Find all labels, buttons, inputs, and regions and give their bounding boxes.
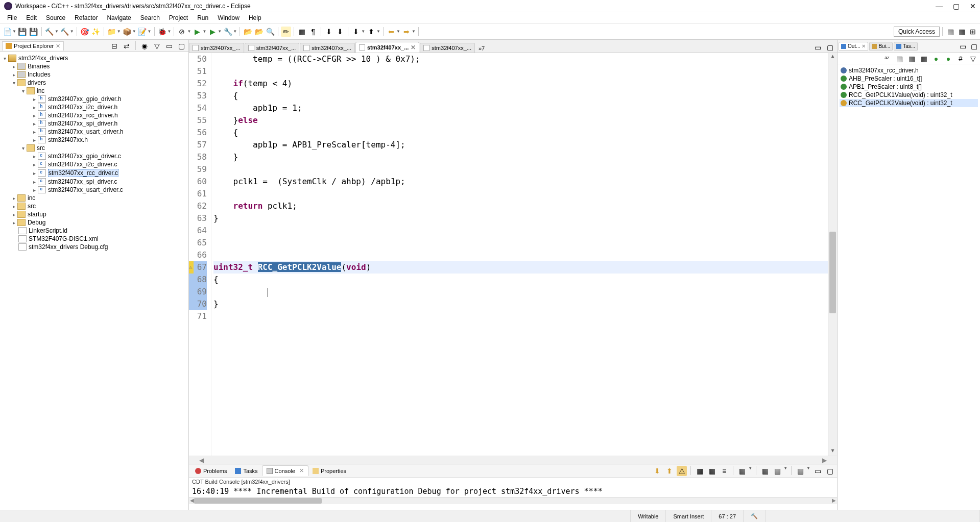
maximize-outline-icon[interactable]: ▢ xyxy=(969,41,979,52)
outline-item[interactable]: AHB_PreScaler : uint16_t[] xyxy=(840,74,978,83)
maximize-editor-icon[interactable]: ▢ xyxy=(825,42,835,53)
group-includes-icon[interactable]: # xyxy=(955,54,966,64)
console-output[interactable]: 16:40:19 **** Incremental Build of confi… xyxy=(189,486,837,497)
maximize-view-icon[interactable]: ▢ xyxy=(176,41,186,51)
editor-tab-0[interactable]: stm32f407xx_... xyxy=(189,43,244,53)
toggle-block-icon[interactable]: ▦ xyxy=(297,27,307,37)
editor-tab-2[interactable]: stm32f407xx_... xyxy=(300,43,355,53)
close-tab-icon[interactable]: ✕ xyxy=(411,44,416,51)
console-scrollbar[interactable]: ◀ ▶ xyxy=(189,497,837,504)
menu-help[interactable]: Help xyxy=(245,13,266,22)
minimize-editor-icon[interactable]: ▭ xyxy=(812,42,823,53)
profile-icon[interactable]: ▶ xyxy=(207,27,218,37)
clear-console-icon[interactable]: ▦ xyxy=(695,466,705,476)
step2-icon[interactable]: ⬇ xyxy=(335,27,345,37)
run-icon[interactable]: ▶ xyxy=(192,27,202,37)
perspective-debug-icon[interactable]: ▦ xyxy=(957,27,967,37)
project-tree[interactable]: ▾stm32f4xx_drivers ▸Binaries ▸Includes ▾… xyxy=(0,52,188,510)
focus-active-icon[interactable]: ● xyxy=(931,54,941,64)
open-console-icon[interactable]: ▦ xyxy=(772,466,782,476)
prev-annotation-icon[interactable]: ⬆ xyxy=(366,27,376,37)
menu-run[interactable]: Run xyxy=(193,13,212,22)
menu-project[interactable]: Project xyxy=(165,13,192,22)
outline-list[interactable]: stm32f407xx_rcc_driver.h AHB_PreScaler :… xyxy=(838,64,980,109)
new-icon[interactable]: 📄 xyxy=(2,27,12,37)
perspective-open-icon[interactable]: ⊞ xyxy=(968,27,978,37)
tab-tasks-right[interactable]: Tas... xyxy=(894,42,918,51)
view-menu-icon[interactable]: ▽ xyxy=(152,41,162,51)
link-outline-icon[interactable]: ● xyxy=(943,54,953,64)
code-editor[interactable]: 505152535455565758596061626364656667⚠686… xyxy=(189,53,837,456)
project-explorer-tab[interactable]: Project Explorer ✕ xyxy=(2,41,64,51)
status-build-icon[interactable]: 🔨 xyxy=(744,510,766,522)
display-console-icon[interactable]: ▦ xyxy=(760,466,770,476)
tab-outline[interactable]: Out...✕ xyxy=(839,42,868,51)
code-area[interactable]: temp = ((RCC->CFGR >> 10 ) & 0x7); if(te… xyxy=(211,53,828,456)
show-errors-icon[interactable]: ⚠ xyxy=(677,466,687,476)
minimize-console-icon[interactable]: ▭ xyxy=(812,466,823,476)
editor-tab-4[interactable]: stm32f407xx_... xyxy=(420,43,475,53)
close-tab-icon[interactable]: ✕ xyxy=(56,43,60,49)
wand-icon[interactable]: ✨ xyxy=(91,27,101,37)
tab-build[interactable]: Bui... xyxy=(869,42,893,51)
search-icon[interactable]: 🔍 xyxy=(265,27,275,37)
scroll-lock-icon[interactable]: ⬇ xyxy=(652,466,662,476)
collapse-all-icon[interactable]: ⊟ xyxy=(109,41,119,51)
menu-refactor[interactable]: Refactor xyxy=(70,13,102,22)
close-button[interactable]: ✕ xyxy=(970,2,976,10)
save-icon[interactable]: 💾 xyxy=(17,27,28,37)
new-console-icon[interactable]: ▦ xyxy=(795,466,805,476)
outline-item[interactable]: RCC_GetPCLK2Value(void) : uint32_t xyxy=(840,99,978,107)
back-icon[interactable]: ⬅ xyxy=(386,27,396,37)
menu-source[interactable]: Source xyxy=(42,13,69,22)
save-all-icon[interactable]: 💾 xyxy=(29,27,39,37)
new-file-icon[interactable]: 📝 xyxy=(137,27,148,37)
horizontal-scrollbar[interactable]: ◀ ▶ xyxy=(189,456,837,464)
hammer-icon[interactable]: 🔨 xyxy=(60,27,70,37)
new-folder-icon[interactable]: 📁 xyxy=(107,27,117,37)
focus-icon[interactable]: ◉ xyxy=(139,41,150,51)
sort-icon[interactable]: ᵃᶻ xyxy=(882,54,892,64)
tab-console[interactable]: Console✕ xyxy=(262,465,308,476)
skip-breakpoints-icon[interactable]: ⊘ xyxy=(177,27,187,37)
vertical-scrollbar[interactable]: ▲ ▼ xyxy=(828,53,837,456)
tab-tasks[interactable]: Tasks xyxy=(231,466,261,476)
new-class-icon[interactable]: 📦 xyxy=(122,27,132,37)
remove-launch-icon[interactable]: ▦ xyxy=(737,466,747,476)
tab-properties[interactable]: Properties xyxy=(308,466,350,476)
menu-search[interactable]: Search xyxy=(136,13,164,22)
editor-tab-1[interactable]: stm32f407xx_... xyxy=(245,43,300,53)
menu-navigate[interactable]: Navigate xyxy=(103,13,135,22)
minimize-button[interactable]: — xyxy=(936,2,943,10)
tab-problems[interactable]: Problems xyxy=(191,466,231,476)
link-editor-icon[interactable]: ⇄ xyxy=(122,41,132,51)
forward-icon[interactable]: ➡ xyxy=(401,27,412,37)
hide-non-public-icon[interactable]: ▦ xyxy=(919,54,929,64)
maximize-button[interactable]: ▢ xyxy=(953,2,960,10)
maximize-console-icon[interactable]: ▢ xyxy=(825,466,835,476)
outline-menu-icon[interactable]: ▽ xyxy=(968,54,978,64)
step-icon[interactable]: ⬇ xyxy=(324,27,334,37)
toggle-mark-icon[interactable]: ✏ xyxy=(281,27,291,37)
menu-edit[interactable]: Edit xyxy=(22,13,41,22)
perspective-cpp-icon[interactable]: ▦ xyxy=(945,27,955,37)
open-task-icon[interactable]: 📂 xyxy=(254,27,264,37)
outline-item[interactable]: RCC_GetPCLK1Value(void) : uint32_t xyxy=(840,91,978,99)
outline-item[interactable]: stm32f407xx_rcc_driver.h xyxy=(840,66,978,74)
menu-file[interactable]: File xyxy=(3,13,21,22)
console-wrap-icon[interactable]: ▦ xyxy=(707,466,717,476)
open-type-icon[interactable]: 📂 xyxy=(243,27,253,37)
outline-item[interactable]: APB1_PreScaler : uint8_t[] xyxy=(840,83,978,91)
target-icon[interactable]: 🎯 xyxy=(80,27,90,37)
hide-static-icon[interactable]: ▦ xyxy=(906,54,917,64)
editor-tab-3[interactable]: stm32f407xx_...✕ xyxy=(355,42,419,53)
external-tools-icon[interactable]: 🔧 xyxy=(223,27,233,37)
minimize-view-icon[interactable]: ▭ xyxy=(164,41,174,51)
minimize-outline-icon[interactable]: ▭ xyxy=(958,41,968,52)
build-icon[interactable]: 🔨 xyxy=(44,27,55,37)
quick-access[interactable]: Quick Access xyxy=(894,27,940,37)
console-lock-icon[interactable]: ≡ xyxy=(719,466,729,476)
pin-console-icon[interactable]: ⬆ xyxy=(664,466,675,476)
tabs-overflow[interactable]: »7 xyxy=(475,44,488,53)
menu-window[interactable]: Window xyxy=(213,13,244,22)
